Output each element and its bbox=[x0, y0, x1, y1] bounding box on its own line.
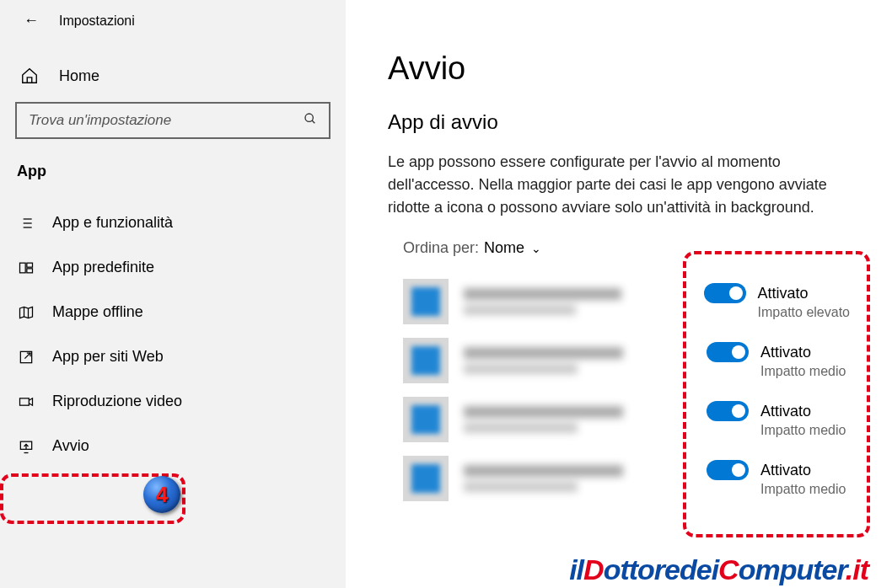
sidebar-nav: App e funzionalità App predefinite Mappe… bbox=[0, 200, 346, 468]
main-content: Avvio App di avvio Le app possono essere… bbox=[346, 0, 892, 588]
default-apps-icon bbox=[17, 259, 35, 276]
sort-label: Ordina per: bbox=[403, 239, 479, 257]
app-name-blurred bbox=[464, 347, 691, 374]
section-description: Le app possono essere configurate per l'… bbox=[388, 151, 843, 219]
video-icon bbox=[17, 393, 35, 410]
app-name-blurred bbox=[464, 465, 691, 492]
impact-label: Impatto elevato bbox=[758, 305, 850, 320]
svg-line-1 bbox=[312, 120, 314, 123]
toggle-switch[interactable] bbox=[707, 342, 749, 362]
toggle-label: Attivato bbox=[758, 285, 809, 302]
svg-rect-14 bbox=[20, 398, 30, 404]
app-status: Attivato Impatto medio bbox=[707, 342, 850, 379]
startup-icon bbox=[17, 438, 35, 455]
startup-app-row: Attivato Impatto medio bbox=[388, 390, 850, 449]
sidebar-item-default-apps[interactable]: App predefinite bbox=[0, 245, 346, 290]
section-subtitle: App di avvio bbox=[388, 110, 850, 134]
sidebar-home[interactable]: Home bbox=[0, 58, 346, 97]
svg-point-0 bbox=[305, 114, 313, 121]
startup-app-row: Attivato Impatto elevato bbox=[388, 272, 850, 331]
toggle-label: Attivato bbox=[760, 403, 811, 420]
home-icon bbox=[20, 67, 39, 85]
page-title: Avvio bbox=[388, 51, 850, 87]
app-name-blurred bbox=[464, 406, 691, 433]
sidebar-item-apps-features[interactable]: App e funzionalità bbox=[0, 200, 346, 245]
app-icon bbox=[403, 338, 449, 383]
sidebar-item-apps-websites[interactable]: App per siti Web bbox=[0, 334, 346, 379]
app-icon bbox=[403, 279, 449, 324]
sidebar-header: ← Impostazioni bbox=[0, 0, 346, 41]
chevron-down-icon: ⌄ bbox=[531, 242, 541, 255]
toggle-label: Attivato bbox=[760, 462, 811, 479]
impact-label: Impatto medio bbox=[760, 482, 850, 497]
annotation-highlight-sidebar bbox=[0, 473, 185, 524]
sidebar-item-label: App predefinite bbox=[52, 259, 154, 276]
impact-label: Impatto medio bbox=[760, 364, 850, 379]
app-icon bbox=[403, 397, 449, 442]
sidebar-item-label: Mappe offline bbox=[52, 303, 143, 321]
svg-rect-9 bbox=[27, 263, 33, 267]
sidebar-item-label: Avvio bbox=[52, 437, 89, 455]
sidebar: ← Impostazioni Home Trova un'impostazion… bbox=[0, 0, 346, 588]
sidebar-item-video-playback[interactable]: Riproduzione video bbox=[0, 379, 346, 424]
sort-dropdown[interactable]: Ordina per: Nome ⌄ bbox=[388, 239, 850, 257]
toggle-switch[interactable] bbox=[704, 283, 746, 303]
settings-title: Impostazioni bbox=[59, 13, 135, 29]
toggle-switch[interactable] bbox=[707, 401, 749, 421]
svg-rect-10 bbox=[27, 268, 33, 272]
map-icon bbox=[17, 304, 35, 321]
list-icon bbox=[17, 215, 35, 232]
annotation-step-badge: 4 bbox=[143, 476, 180, 513]
app-status: Attivato Impatto medio bbox=[707, 460, 850, 497]
sidebar-section-label: App bbox=[0, 154, 346, 200]
sidebar-item-label: Riproduzione video bbox=[52, 393, 182, 410]
startup-app-row: Attivato Impatto medio bbox=[388, 331, 850, 390]
impact-label: Impatto medio bbox=[760, 423, 850, 438]
toggle-switch[interactable] bbox=[707, 460, 749, 480]
app-status: Attivato Impatto medio bbox=[707, 401, 850, 438]
sidebar-item-startup[interactable]: Avvio bbox=[0, 424, 346, 468]
sidebar-item-offline-maps[interactable]: Mappe offline bbox=[0, 290, 346, 334]
search-icon bbox=[304, 112, 317, 129]
search-input[interactable]: Trova un'impostazione bbox=[15, 102, 330, 139]
home-label: Home bbox=[59, 67, 99, 85]
toggle-label: Attivato bbox=[760, 344, 811, 361]
search-placeholder: Trova un'impostazione bbox=[29, 112, 304, 129]
sidebar-item-label: App per siti Web bbox=[52, 348, 164, 366]
sidebar-item-label: App e funzionalità bbox=[52, 214, 173, 232]
app-icon bbox=[403, 456, 449, 501]
sort-value: Nome bbox=[484, 239, 524, 257]
svg-rect-8 bbox=[20, 263, 26, 273]
startup-app-row: Attivato Impatto medio bbox=[388, 449, 850, 508]
app-name-blurred bbox=[464, 288, 689, 315]
back-arrow-icon[interactable]: ← bbox=[24, 12, 39, 29]
app-status: Attivato Impatto elevato bbox=[704, 283, 850, 320]
open-icon bbox=[17, 349, 35, 366]
